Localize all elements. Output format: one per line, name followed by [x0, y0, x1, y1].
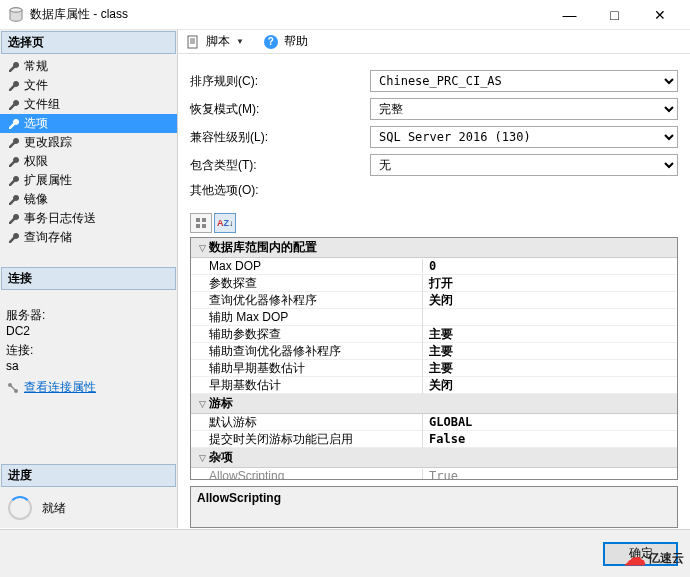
sidebar-item-3[interactable]: 选项 [0, 114, 177, 133]
maximize-button[interactable]: □ [592, 0, 637, 30]
wrench-icon [6, 98, 20, 112]
title-bar: 数据库属性 - class — □ ✕ [0, 0, 690, 30]
script-dropdown-icon[interactable]: ▼ [236, 37, 244, 46]
grid-key: 默认游标 [191, 414, 423, 431]
svg-rect-10 [202, 218, 206, 222]
svg-point-1 [10, 7, 22, 11]
grid-value[interactable]: GLOBAL [423, 415, 677, 429]
sidebar-item-6[interactable]: 扩展属性 [0, 171, 177, 190]
content-area: 脚本 ▼ ? 帮助 排序规则(C): Chinese_PRC_CI_AS 恢复模… [178, 30, 690, 528]
database-icon [8, 7, 24, 23]
script-icon[interactable] [186, 35, 200, 49]
form-area: 排序规则(C): Chinese_PRC_CI_AS 恢复模式(M): 完整 兼… [178, 54, 690, 213]
sidebar-item-7[interactable]: 镜像 [0, 190, 177, 209]
categorized-button[interactable] [190, 213, 212, 233]
close-button[interactable]: ✕ [637, 0, 682, 30]
wrench-icon [6, 79, 20, 93]
grid-row[interactable]: AllowScriptingTrue [191, 468, 677, 480]
grid-row[interactable]: 查询优化器修补程序关闭 [191, 292, 677, 309]
property-grid[interactable]: ▽数据库范围内的配置Max DOP0参数探查打开查询优化器修补程序关闭辅助 Ma… [190, 237, 678, 480]
grid-key: 查询优化器修补程序 [191, 292, 423, 309]
select-page-header: 选择页 [1, 31, 176, 54]
cloud-icon: ☁ [624, 545, 646, 571]
property-description-title: AllowScripting [197, 491, 671, 505]
grid-key: 参数探查 [191, 275, 423, 292]
collapse-icon[interactable]: ▽ [195, 243, 209, 253]
grid-value[interactable]: 主要 [423, 326, 677, 343]
wrench-icon [6, 231, 20, 245]
server-value: DC2 [6, 324, 171, 338]
grid-key: 辅助 Max DOP [191, 309, 423, 326]
grid-row[interactable]: Max DOP0 [191, 258, 677, 275]
svg-rect-5 [188, 36, 197, 48]
grid-key: 辅助早期基数估计 [191, 360, 423, 377]
grid-key: 早期基数估计 [191, 377, 423, 394]
alphabetical-button[interactable]: AZ↓ [214, 213, 236, 233]
grid-row[interactable]: 提交时关闭游标功能已启用False [191, 431, 677, 448]
other-options-label: 其他选项(O): [190, 182, 370, 199]
sidebar-item-label: 镜像 [24, 191, 48, 208]
minimize-button[interactable]: — [547, 0, 592, 30]
wrench-icon [6, 212, 20, 226]
wrench-icon [6, 193, 20, 207]
sidebar-item-9[interactable]: 查询存储 [0, 228, 177, 247]
compat-select[interactable]: SQL Server 2016 (130) [370, 126, 678, 148]
grid-row[interactable]: 辅助早期基数估计主要 [191, 360, 677, 377]
grid-value[interactable]: 主要 [423, 360, 677, 377]
containment-select[interactable]: 无 [370, 154, 678, 176]
grid-row[interactable]: 辅助 Max DOP [191, 309, 677, 326]
grid-key: 辅助参数探查 [191, 326, 423, 343]
grid-value[interactable]: True [423, 469, 677, 480]
grid-category-label: 数据库范围内的配置 [209, 239, 317, 256]
grid-row[interactable]: 辅助查询优化器修补程序主要 [191, 343, 677, 360]
sidebar-item-1[interactable]: 文件 [0, 76, 177, 95]
recovery-select[interactable]: 完整 [370, 98, 678, 120]
containment-label: 包含类型(T): [190, 157, 370, 174]
collation-select[interactable]: Chinese_PRC_CI_AS [370, 70, 678, 92]
connection-label: 连接: [6, 342, 171, 359]
progress-header: 进度 [1, 464, 176, 487]
sidebar: 选择页 常规文件文件组选项更改跟踪权限扩展属性镜像事务日志传送查询存储 连接 服… [0, 30, 178, 528]
content-toolbar: 脚本 ▼ ? 帮助 [178, 30, 690, 54]
grid-category[interactable]: ▽游标 [191, 394, 677, 414]
progress-status: 就绪 [42, 500, 66, 517]
grid-value[interactable]: False [423, 432, 677, 446]
grid-row[interactable]: 参数探查打开 [191, 275, 677, 292]
grid-value[interactable]: 关闭 [423, 292, 677, 309]
sidebar-item-2[interactable]: 文件组 [0, 95, 177, 114]
grid-row[interactable]: 早期基数估计关闭 [191, 377, 677, 394]
grid-row[interactable]: 默认游标GLOBAL [191, 414, 677, 431]
watermark: ☁ 亿速云 [624, 545, 684, 571]
sidebar-item-5[interactable]: 权限 [0, 152, 177, 171]
grid-value[interactable]: 打开 [423, 275, 677, 292]
grid-value[interactable]: 0 [423, 259, 677, 273]
view-connection-link[interactable]: 查看连接属性 [24, 379, 96, 396]
svg-rect-12 [202, 224, 206, 228]
property-description: AllowScripting [190, 486, 678, 528]
grid-category-label: 游标 [209, 395, 233, 412]
script-label[interactable]: 脚本 [206, 33, 230, 50]
collapse-icon[interactable]: ▽ [195, 453, 209, 463]
help-label[interactable]: 帮助 [284, 33, 308, 50]
grid-category[interactable]: ▽数据库范围内的配置 [191, 238, 677, 258]
sidebar-item-label: 扩展属性 [24, 172, 72, 189]
wrench-icon [6, 174, 20, 188]
sidebar-item-8[interactable]: 事务日志传送 [0, 209, 177, 228]
help-icon[interactable]: ? [264, 35, 278, 49]
wrench-icon [6, 60, 20, 74]
sidebar-item-0[interactable]: 常规 [0, 57, 177, 76]
window-controls: — □ ✕ [547, 0, 682, 30]
grid-key: Max DOP [191, 259, 423, 273]
dialog-footer: 确定 取消 ☁ 亿速云 [0, 529, 690, 577]
sidebar-item-4[interactable]: 更改跟踪 [0, 133, 177, 152]
grid-category-label: 杂项 [209, 449, 233, 466]
connection-value: sa [6, 359, 171, 373]
grid-row[interactable]: 辅助参数探查主要 [191, 326, 677, 343]
sidebar-item-label: 更改跟踪 [24, 134, 72, 151]
collapse-icon[interactable]: ▽ [195, 399, 209, 409]
svg-rect-11 [196, 224, 200, 228]
sidebar-item-label: 文件组 [24, 96, 60, 113]
grid-value[interactable]: 关闭 [423, 377, 677, 394]
grid-category[interactable]: ▽杂项 [191, 448, 677, 468]
grid-value[interactable]: 主要 [423, 343, 677, 360]
